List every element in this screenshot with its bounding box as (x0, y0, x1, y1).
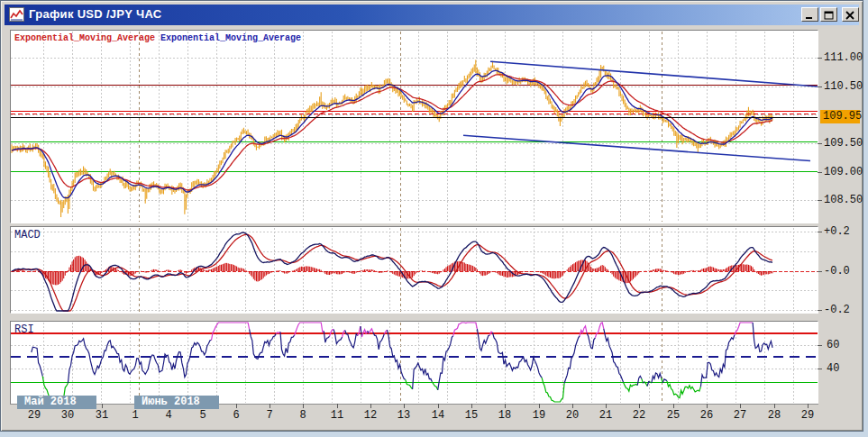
price-axis-tick (818, 172, 822, 173)
minimize-icon (805, 11, 815, 20)
date-axis-tick-label: 15 (459, 409, 484, 422)
date-axis-tick (707, 404, 708, 408)
date-axis-tick-label: 29 (795, 409, 820, 422)
price-axis-tick (818, 58, 822, 59)
date-axis-tick-label: 5 (190, 409, 215, 422)
date-axis-tick-label: 18 (492, 409, 517, 422)
date-axis-tick-label: 14 (425, 409, 451, 422)
rsi-line-segment (438, 336, 453, 390)
date-axis-tick (303, 404, 304, 408)
trendline-2[interactable] (463, 135, 810, 160)
macd-axis-tick-label: -0.0 (824, 265, 850, 278)
window-titlebar[interactable]: График USD /JPY ЧАС (5, 5, 859, 25)
rsi-canvas[interactable] (11, 322, 818, 404)
date-axis-tick-label: 25 (661, 409, 686, 422)
minimize-button[interactable] (801, 7, 818, 22)
date-axis-tick (370, 404, 371, 408)
date-axis-tick-label: 26 (694, 409, 719, 422)
candlestick-series (12, 59, 772, 217)
chart-window: График USD /JPY ЧАС Exponential_Moving_A… (0, 0, 863, 432)
date-axis-tick-label: 31 (89, 409, 114, 422)
rsi-line-segment (624, 382, 638, 391)
date-axis-tick-label: 29 (22, 409, 47, 422)
maximize-button[interactable] (820, 7, 837, 22)
date-axis-tick (740, 404, 741, 408)
macd-pane[interactable]: MACD (10, 226, 818, 314)
macd-axis-tick (818, 271, 822, 272)
date-axis-tick-label: 28 (762, 409, 787, 422)
date-axis-tick (639, 404, 640, 408)
date-axis-tick (438, 404, 439, 408)
date-axis-tick (471, 404, 472, 408)
date-axis-tick-label: 1 (123, 409, 148, 422)
rsi-line-segment (373, 332, 385, 350)
date-axis-tick-label: 11 (324, 409, 350, 422)
price-axis-tick-label: 109.00 (824, 166, 863, 178)
rsi-axis-tick (818, 345, 822, 346)
rsi-label: RSI (14, 323, 34, 336)
price-axis-tick (818, 86, 822, 87)
date-axis-tick (774, 404, 775, 408)
close-icon (845, 11, 855, 20)
price-axis-tick-label: 110.50 (824, 80, 863, 93)
macd-canvas[interactable] (11, 227, 818, 313)
rsi-line-segment (637, 376, 642, 385)
ema-fast-line (12, 70, 772, 197)
date-axis-tick (236, 404, 237, 408)
rsi-axis-tick (818, 369, 822, 369)
macd-axis-tick (818, 232, 822, 232)
date-axis-tick-label: 13 (391, 409, 416, 422)
price-axis-tick-label: 109.50 (824, 137, 863, 150)
ema-slow-line (12, 75, 772, 190)
date-axis-tick-label: 20 (560, 409, 585, 422)
rsi-line-segment (358, 326, 361, 335)
current-price-badge: 109.95 (820, 110, 860, 123)
rsi-line-segment (667, 381, 700, 398)
rsi-line-segment (324, 332, 329, 343)
month-badge-2: Июнь 2018 (134, 396, 219, 409)
rsi-line-segment (280, 332, 295, 356)
date-axis-tick-label: 27 (727, 409, 753, 422)
date-axis-tick (808, 404, 809, 408)
date-axis-tick-label: 22 (626, 409, 652, 422)
macd-axis-tick-label: -0.2 (824, 304, 850, 316)
window-title: График USD /JPY ЧАС (29, 7, 161, 21)
price-axis-tick-label: 111.00 (824, 51, 863, 64)
rsi-line-segment (406, 379, 413, 389)
date-axis-line (10, 404, 818, 405)
date-axis-tick (539, 404, 540, 408)
ema-fast-label: Exponential_Moving_Average (14, 33, 155, 43)
price-chart-pane[interactable]: Exponential_Moving_Average Exponential_M… (10, 30, 818, 223)
rsi-line-segment (564, 336, 580, 384)
rsi-line-segment (361, 326, 362, 337)
rsi-axis-tick-label: 60 (827, 339, 839, 351)
rsi-line-segment (477, 329, 489, 351)
date-axis-tick (572, 404, 573, 408)
date-axis-tick (505, 404, 506, 408)
rsi-line-segment (700, 335, 734, 387)
rsi-pane[interactable]: RSI (10, 321, 818, 405)
price-axis-tick (818, 200, 822, 201)
date-axis-tick-label: 6 (224, 409, 249, 422)
date-axis-tick (404, 404, 405, 408)
rsi-line-segment (413, 363, 433, 389)
rsi-line-segment (595, 323, 603, 338)
date-axis-tick (337, 404, 338, 408)
date-axis-tick (673, 404, 674, 408)
date-axis-tick-label: 30 (55, 409, 80, 422)
rsi-line-segment (580, 326, 587, 336)
rsi-axis-tick-label: 40 (827, 362, 839, 375)
price-axis-tick-label: 108.50 (824, 194, 863, 206)
rsi-line-segment (68, 339, 211, 384)
rsi-line-segment (333, 330, 342, 344)
price-axis-tick (818, 143, 822, 144)
date-axis-tick-label: 12 (358, 409, 383, 422)
macd-label: MACD (14, 229, 41, 241)
date-axis-tick (102, 404, 103, 408)
rsi-line-segment (369, 329, 373, 334)
price-chart-canvas[interactable] (11, 31, 818, 223)
macd-axis-tick-label: +0.2 (824, 225, 850, 238)
maximize-icon (824, 11, 834, 20)
close-button[interactable] (842, 7, 859, 22)
rsi-line-segment (493, 332, 543, 378)
